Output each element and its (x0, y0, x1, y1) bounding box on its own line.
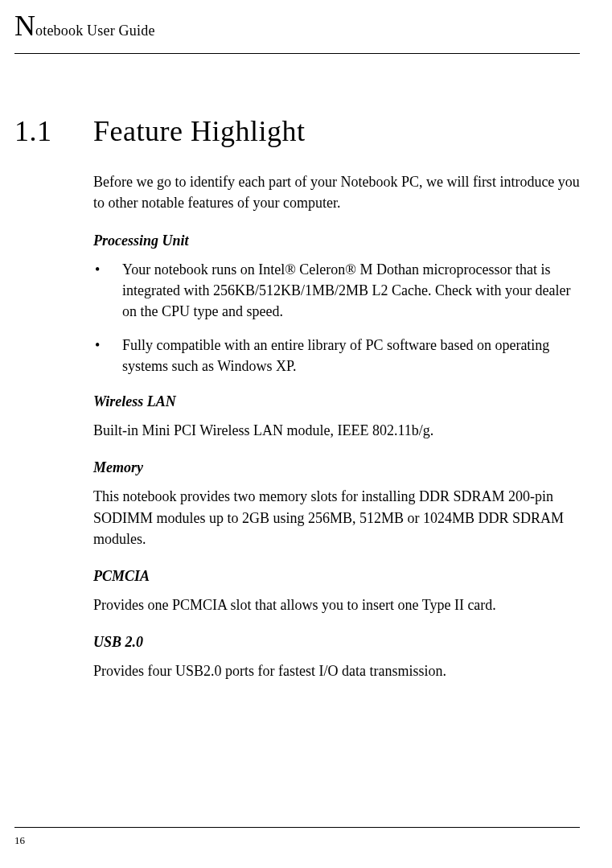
wireless-lan-text: Built-in Mini PCI Wireless LAN module, I… (93, 420, 580, 441)
page-number: 16 (14, 833, 25, 849)
memory-text: This notebook provides two memory slots … (93, 486, 580, 549)
section-heading: 1.1Feature Highlight (14, 110, 580, 152)
subhead-usb: USB 2.0 (93, 631, 580, 652)
subhead-pcmcia: PCMCIA (93, 566, 580, 586)
running-header: Notebook User Guide (14, 0, 580, 54)
section-title-text: Feature Highlight (93, 115, 305, 147)
footer-rule (14, 827, 580, 828)
page: Notebook User Guide 1.1Feature Highlight… (0, 0, 612, 868)
header-dropcap: N (14, 10, 35, 42)
subhead-memory: Memory (93, 457, 580, 478)
subhead-wireless-lan: Wireless LAN (93, 391, 580, 412)
header-title-rest: otebook User Guide (35, 23, 155, 39)
list-item: Your notebook runs on Intel® Celeron® M … (93, 259, 580, 322)
content-body: 1.1Feature Highlight Before we go to ide… (93, 110, 580, 681)
subhead-processing-unit: Processing Unit (93, 230, 580, 251)
pcmcia-text: Provides one PCMCIA slot that allows you… (93, 594, 580, 615)
intro-paragraph: Before we go to identify each part of yo… (93, 171, 580, 213)
list-item: Fully compatible with an entire library … (93, 335, 580, 376)
processing-unit-list: Your notebook runs on Intel® Celeron® M … (93, 259, 580, 376)
section-number: 1.1 (14, 110, 93, 152)
usb-text: Provides four USB2.0 ports for fastest I… (93, 660, 580, 681)
